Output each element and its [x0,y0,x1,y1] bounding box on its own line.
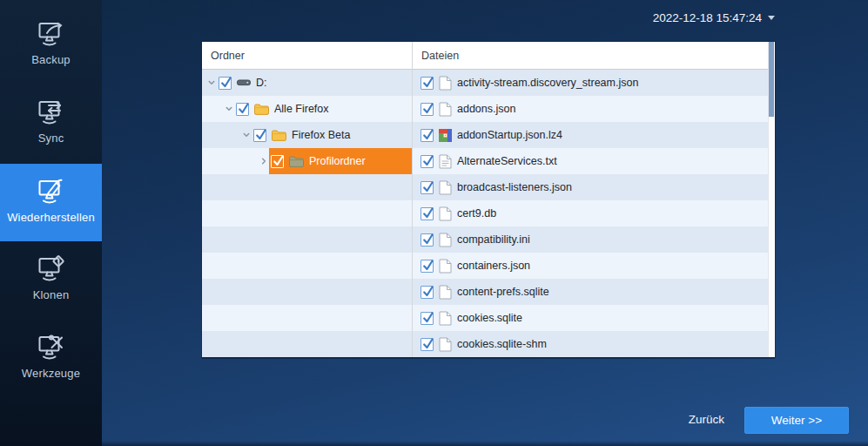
back-button[interactable]: Zurück [689,413,724,426]
app-grid-icon [439,129,452,142]
folder-tree-row[interactable]: D: [202,70,412,96]
file-label: cert9.db [457,207,496,220]
file-row[interactable]: addons.json [413,96,768,122]
timestamp-dropdown[interactable]: 2022-12-18 15:47:24 [653,11,775,24]
file-label: addons.json [457,103,515,115]
file-row[interactable]: cookies.sqlite-shm [413,331,768,357]
file-icon [439,76,452,91]
checkbox[interactable] [253,129,266,142]
file-icon [439,259,452,274]
file-label: broadcast-listeners.json [457,181,572,193]
folder-row-content[interactable]: Alle Firefox [234,96,412,122]
folder-label: D: [256,77,267,89]
files-header-label: Dateien [421,50,459,62]
file-label: cookies.sqlite [457,312,522,324]
checkbox[interactable] [421,155,434,168]
checkbox[interactable] [421,181,434,194]
file-label: content-prefs.sqlite [457,286,549,298]
sidebar-item-backup[interactable]: Backup [0,16,102,78]
restore-icon [36,179,67,206]
file-icon [439,206,452,221]
folder-icon [289,156,304,167]
files-pane: Dateien activity-stream.discovery_stream… [413,42,768,357]
folder-tree-row[interactable]: Firefox Beta [202,122,412,148]
backup-icon [36,21,67,49]
folder-tree-row[interactable]: Alle Firefox [202,96,412,122]
file-icon [439,180,452,195]
timestamp-label: 2022-12-18 15:47:24 [653,11,762,24]
file-row[interactable]: cert9.db [413,200,768,226]
chevron-down-icon[interactable] [224,104,234,114]
folder-label: Alle Firefox [274,103,329,115]
chevron-right-icon[interactable] [259,156,269,166]
folder-row-content[interactable]: Profilordner [269,148,412,174]
file-row[interactable]: addonStartup.json.lz4 [413,122,768,148]
checkbox[interactable] [421,286,434,299]
file-row[interactable]: broadcast-listeners.json [413,174,768,200]
checkbox[interactable] [421,129,434,142]
file-label: addonStartup.json.lz4 [457,129,562,141]
sidebar-item-label: Backup [31,53,71,66]
file-icon [439,102,452,117]
empty-row [202,253,412,279]
sidebar-item-label: Werkzeuge [22,367,80,380]
checkbox[interactable] [271,155,284,168]
checkbox[interactable] [421,260,434,273]
checkbox[interactable] [421,338,434,351]
file-icon [439,233,452,247]
folders-header: Ordner [202,42,412,70]
checkbox[interactable] [421,103,434,116]
sync-icon [36,99,67,127]
chevron-down-icon[interactable] [206,78,217,88]
folders-header-label: Ordner [211,50,245,62]
file-label: cookies.sqlite-shm [457,338,547,350]
checkbox[interactable] [421,207,434,220]
sidebar-item-label: Klonen [33,288,70,301]
sidebar-item-werkzeuge[interactable]: Werkzeuge [0,329,102,392]
empty-row [202,331,412,357]
empty-row [202,174,412,200]
empty-row [202,279,412,305]
file-rows: activity-stream.discovery_stream.json ad… [413,70,768,357]
checkbox[interactable] [219,77,232,90]
checkbox[interactable] [421,312,434,325]
empty-row [202,305,412,331]
sidebar-item-sync[interactable]: Sync [0,94,102,157]
empty-row [202,200,412,226]
sidebar-item-label: Wiederherstellen [7,211,95,224]
chevron-down-icon[interactable] [241,130,252,140]
checkbox[interactable] [421,233,434,247]
scrollbar-thumb[interactable] [769,42,774,117]
file-row[interactable]: content-prefs.sqlite [413,279,768,305]
text-file-icon [439,154,452,169]
files-header: Dateien [413,42,768,70]
tools-icon [36,334,67,362]
file-row[interactable]: containers.json [413,253,768,279]
next-button[interactable]: Weiter >> [744,407,849,434]
file-row[interactable]: activity-stream.discovery_stream.json [413,70,768,96]
files-scrollbar[interactable] [768,42,774,357]
file-label: containers.json [457,260,530,272]
folder-row-content[interactable]: Firefox Beta [252,122,412,148]
caret-down-icon [768,16,775,20]
clone-icon [36,256,67,284]
file-row[interactable]: cookies.sqlite [413,305,768,331]
file-icon [439,285,452,300]
folder-icon [272,130,286,141]
window-bottom-edge [0,441,868,446]
folder-label: Firefox Beta [292,129,350,141]
file-label: activity-stream.discovery_stream.json [457,77,638,89]
file-row[interactable]: AlternateServices.txt [413,148,768,174]
checkbox[interactable] [236,103,249,116]
sidebar: Backup Sync Wiederherstellen Klonen Werk… [0,0,102,446]
file-row[interactable]: compatibility.ini [413,226,768,253]
sidebar-item-wiederherstellen[interactable]: Wiederherstellen [0,164,102,241]
folder-tree-row[interactable]: Profilordner [202,148,412,174]
empty-row [202,226,412,253]
folder-row-content[interactable]: D: [217,70,412,96]
sidebar-item-klonen[interactable]: Klonen [0,251,102,314]
file-label: compatibility.ini [457,233,530,246]
checkbox[interactable] [421,77,434,90]
folders-pane: Ordner D: Alle Firefox Firefox Beta Pr [202,42,413,357]
file-icon [439,337,452,352]
